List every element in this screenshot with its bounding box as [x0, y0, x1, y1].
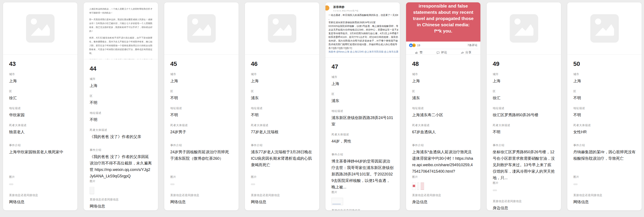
- field-label-event: 事件介绍: [170, 143, 232, 147]
- image-thumbnail[interactable]: [573, 184, 578, 185]
- case-card-44[interactable]: 人都没有这样的机会，一个病人需要几十个人的同时帮助和关怀才有可能获得一丝的机会！…: [84, 2, 158, 211]
- field-label-city: 城市: [9, 72, 71, 76]
- field-label-info-type: 直接信息还是间接信息: [332, 209, 394, 211]
- city-value: 上海: [493, 78, 555, 84]
- field-label-district: 区: [412, 89, 474, 93]
- deceased-value: 《我的爸爸 没了》作者的父亲: [90, 134, 152, 140]
- district-value: 不明: [90, 99, 152, 106]
- district-value: 浦东: [332, 98, 394, 104]
- field-label-district: 区: [9, 89, 71, 93]
- card-media[interactable]: [487, 2, 561, 55]
- field-label-image: 图片: [9, 175, 71, 179]
- address-value: 上海浦东寿二小区: [412, 112, 474, 118]
- field-label-event: 事件介绍: [412, 143, 474, 147]
- image-thumbnail[interactable]: [251, 184, 255, 185]
- field-label-address: 地址描述: [251, 106, 313, 110]
- city-value: 上海: [251, 78, 313, 84]
- field-label-address: 地址描述: [170, 106, 232, 110]
- field-label-deceased: 死者大体描述: [412, 123, 474, 127]
- event-value: 上海浦东*血透病人延误治疗致死且遗体滞留家中约30小时！https://shar…: [412, 149, 474, 175]
- case-card-47[interactable]: 茶香禅静 4-2 02:31 来自 iPhone客户端 一名志愿者，昨日我投入路…: [325, 2, 400, 211]
- address-value: 不明: [251, 112, 313, 118]
- case-card-48[interactable]: irresponsible and false statements about…: [406, 2, 481, 211]
- case-card-45[interactable]: 45 城市上海 区不明 地址描述不明 死者大体描述24岁男子 事件介绍24岁男子…: [164, 2, 239, 211]
- field-label-image: 图片: [251, 175, 313, 179]
- field-label-image: 图片: [90, 179, 152, 183]
- case-card-49[interactable]: 49 城市上海 区徐汇 地址描述徐汇区罗秀路850弄26号楼 死者大体描述不明 …: [486, 2, 561, 211]
- field-label-district: 区: [90, 94, 152, 98]
- card-media[interactable]: [164, 2, 238, 55]
- weibo-text-line: 一名志愿者，昨日我投入路浦西核酸检测的队伍，但是累了一天后晚上接: [328, 13, 398, 17]
- city-value: 上海: [90, 82, 152, 89]
- deceased-value: 24岁男子: [170, 129, 232, 135]
- comments-count[interactable]: 7条评论: [468, 43, 478, 47]
- weibo-text-line: 恳求相关部门能帮忙处理好后续问题，并做好两位老人的心理疏导，给予: [328, 43, 398, 46]
- share-button[interactable]: 分享: [461, 51, 471, 54]
- screenshot-paragraph: 那一天我觉得我们是幸运的，我还在朋友圈里感谢人民群众！感谢友邻！当时我的小区已被…: [89, 18, 152, 33]
- field-label-info-type: 直接信息还是间接信息: [251, 193, 313, 197]
- weibo-mention-links: 海发布 @News上海 @上海12345 @上海市市民信箱 @上海市志愿者协会: [328, 50, 398, 54]
- screenshot-paragraph: 妈妈四处求助，在我们物业及居委的帮助下得到一张非常宝贵的通行证，整个小区就只有三…: [89, 58, 152, 59]
- district-value: 徐汇: [9, 95, 71, 101]
- field-label-deceased: 死者大体描述: [493, 123, 555, 127]
- info-type-value: 网络信息: [573, 199, 636, 205]
- image-thumbnail[interactable]: [90, 187, 94, 194]
- card-media[interactable]: [567, 2, 642, 55]
- card-body: 44 城市上海 区不明 地址描述不明 死者大体描述《我的爸爸 没了》作者的父亲 …: [84, 59, 158, 210]
- image-thumbnail[interactable]: [417, 183, 419, 190]
- card-number: 46: [251, 60, 313, 68]
- comment-button[interactable]: 评论: [436, 51, 447, 54]
- image-thumbnail[interactable]: [420, 183, 424, 190]
- field-label-image: 图片: [332, 190, 394, 194]
- card-media[interactable]: [245, 2, 319, 55]
- card-number: 44: [90, 65, 152, 72]
- card-number: 48: [412, 60, 474, 68]
- image-placeholder-icon: [187, 14, 216, 43]
- field-label-deceased: 死者大体描述: [573, 123, 636, 127]
- district-value: 不明: [573, 95, 636, 101]
- weibo-post-meta: 4-2 02:31 来自 iPhone客户端: [333, 9, 398, 12]
- case-card-46[interactable]: 46 城市上海 区浦东 地址描述不明 死者大体描述77岁老人沈瑞根 事件介绍浦东…: [245, 2, 320, 211]
- image-placeholder-icon: [26, 14, 54, 43]
- card-body: 43 城市上海 区徐汇 地址描述华欣家园 死者大体描述独居老人 事件介绍上海华欣…: [3, 55, 77, 210]
- weibo-text-line: 从这天开始我大伯停地电话12345，疾控中心，居委转运车一直不来。永: [328, 28, 398, 32]
- field-label-address: 地址描述: [9, 106, 71, 110]
- image-thumbnail[interactable]: [170, 184, 174, 185]
- field-label-deceased: 死者大体描述: [90, 128, 152, 132]
- field-label-deceased: 死者大体描述: [251, 123, 313, 127]
- image-placeholder-icon: [590, 14, 619, 43]
- address-value: 不明: [170, 112, 232, 118]
- image-thumbnails[interactable]: [412, 180, 474, 191]
- weibo-username: 茶香禅静: [333, 5, 398, 9]
- event-value: 上海华欣家园独居老人饿死家中: [9, 149, 71, 173]
- city-value: 上海: [412, 78, 474, 84]
- info-type-value: 网络信息: [90, 203, 152, 210]
- field-label-info-type: 直接信息还是间接信息: [90, 198, 152, 202]
- weibo-post-text: 一名志愿者，昨日我投入路浦西核酸检测的队伍，但是累了一天后晚上接 。 哥家住浦东…: [328, 13, 398, 54]
- like-button[interactable]: 赞: [415, 51, 423, 54]
- card-body: 50 城市上海 区不明 地址描述不明 死者大体描述女性HR 事件介绍丹纳赫集团的…: [567, 55, 642, 210]
- weibo-avatar: [326, 5, 329, 10]
- card-media-weibo-screenshot[interactable]: 茶香禅静 4-2 02:31 来自 iPhone客户端 一名志愿者，昨日我投入路…: [326, 2, 400, 57]
- card-media-facebook-screenshot[interactable]: irresponsible and false statements about…: [406, 2, 480, 55]
- field-label-city: 城市: [493, 72, 555, 76]
- image-placeholder-icon: [510, 14, 538, 43]
- weibo-text-line: 。: [328, 17, 398, 21]
- card-number: 43: [9, 60, 71, 68]
- image-thumbnail[interactable]: [332, 198, 343, 205]
- card-body: 48 城市上海 区浦东 地址描述上海浦东寿二小区 死者大体描述67岁血透病人 事…: [406, 55, 480, 210]
- card-media-text-screenshot[interactable]: 人都没有这样的机会，一个病人需要几十个人的同时帮助和关怀才有可能获得一丝的机会！…: [84, 2, 158, 59]
- field-label-city: 城市: [573, 72, 636, 76]
- image-thumbnail[interactable]: [9, 184, 13, 185]
- field-label-address: 地址描述: [573, 106, 636, 110]
- field-label-info-type: 直接信息还是间接信息: [573, 193, 636, 197]
- comment-button-label: 评论: [441, 51, 447, 54]
- case-card-50[interactable]: 50 城市上海 区不明 地址描述不明 死者大体描述女性HR 事件介绍丹纳赫集团的…: [567, 2, 642, 211]
- info-type-value: 网络信息: [9, 199, 71, 205]
- card-media[interactable]: [3, 2, 77, 55]
- image-thumbnail[interactable]: [493, 190, 497, 191]
- image-thumbnail[interactable]: [412, 183, 416, 190]
- field-label-event: 事件介绍: [573, 143, 636, 147]
- case-card-43[interactable]: 43 城市上海 区徐汇 地址描述华欣家园 死者大体描述独居老人 事件介绍上海华欣…: [3, 2, 78, 211]
- field-label-deceased: 死者大体描述: [332, 133, 394, 137]
